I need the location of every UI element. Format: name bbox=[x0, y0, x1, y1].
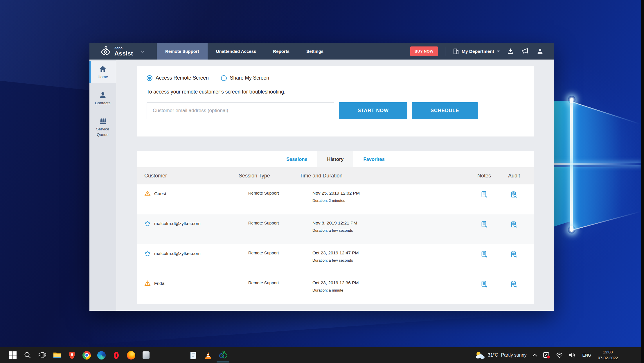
session-duration: Duration: a few seconds bbox=[312, 258, 467, 263]
zoho-assist-brand[interactable]: Zoho Assist bbox=[89, 43, 157, 60]
wallpaper-sparkle bbox=[568, 96, 575, 103]
sidebar-item-home[interactable]: Home bbox=[89, 61, 116, 83]
home-icon bbox=[99, 65, 107, 72]
table-row: Guest Remote Support Nov 25, 2019 12:02 … bbox=[137, 184, 534, 214]
notes-button[interactable] bbox=[467, 214, 501, 228]
edge-browser-button[interactable] bbox=[94, 347, 109, 363]
taskbar-search-button[interactable] bbox=[20, 347, 35, 363]
notepad-icon bbox=[189, 351, 197, 359]
add-note-icon bbox=[481, 221, 488, 228]
edge-icon bbox=[97, 351, 106, 360]
wallpaper-logo-edge bbox=[572, 102, 640, 124]
notepad-button[interactable] bbox=[186, 347, 201, 363]
zoho-assist-logo-icon bbox=[100, 46, 111, 57]
language-indicator[interactable]: ENG bbox=[581, 353, 592, 357]
session-duration: Duration: 2 minutes bbox=[312, 198, 467, 203]
download-icon[interactable] bbox=[507, 48, 514, 55]
sidebar-item-contacts[interactable]: Contacts bbox=[89, 87, 116, 109]
opera-icon bbox=[114, 352, 119, 359]
column-header-session-type: Session Type bbox=[239, 167, 300, 184]
chrome-browser-button[interactable] bbox=[79, 347, 94, 363]
clock-widget[interactable]: 13:00 07-02-2022 bbox=[598, 349, 618, 361]
session-type: Remote Support bbox=[239, 214, 300, 225]
audit-button[interactable] bbox=[501, 214, 527, 228]
file-explorer-button[interactable] bbox=[50, 347, 64, 363]
audit-button[interactable] bbox=[501, 274, 527, 288]
clock-time: 13:00 bbox=[598, 349, 618, 355]
table-row: Frida Remote Support Oct 23, 2019 12:36 … bbox=[137, 274, 534, 304]
task-view-icon bbox=[38, 351, 46, 359]
buy-now-button[interactable]: BUY NOW bbox=[410, 46, 438, 56]
announcement-icon[interactable] bbox=[521, 48, 529, 55]
opera-browser-button[interactable] bbox=[109, 347, 124, 363]
department-label: My Department bbox=[462, 49, 494, 54]
volume-icon[interactable] bbox=[569, 352, 576, 358]
sidebar-item-label: Service Queue bbox=[91, 127, 115, 137]
radio-share-my-screen[interactable]: Share My Screen bbox=[221, 75, 269, 81]
chevron-down-icon[interactable] bbox=[141, 49, 145, 54]
organization-icon bbox=[453, 48, 459, 55]
zoho-assist-window: Zoho Assist Remote Support Unattended Ac… bbox=[89, 43, 554, 311]
chrome-icon bbox=[82, 351, 91, 360]
brand-text: Zoho Assist bbox=[114, 46, 133, 56]
notes-button[interactable] bbox=[467, 274, 501, 288]
time-and-duration: Oct 23, 2019 12:36 PM Duration: a minute bbox=[300, 274, 467, 292]
warning-icon bbox=[144, 280, 151, 286]
nav-tab-unattended-access[interactable]: Unattended Access bbox=[208, 43, 265, 60]
app-body: Home Contacts Service bbox=[89, 60, 554, 311]
nav-tab-settings[interactable]: Settings bbox=[298, 43, 332, 60]
app-header: Zoho Assist Remote Support Unattended Ac… bbox=[89, 43, 554, 60]
session-duration: Duration: a few seconds bbox=[312, 228, 467, 233]
start-button[interactable] bbox=[5, 347, 20, 363]
favorite-star-icon[interactable] bbox=[144, 220, 151, 227]
windows-ink-icon[interactable] bbox=[543, 352, 550, 359]
start-now-button[interactable]: START NOW bbox=[339, 102, 407, 119]
column-header-notes: Notes bbox=[467, 167, 501, 184]
audit-icon bbox=[510, 281, 518, 288]
nav-tab-remote-support[interactable]: Remote Support bbox=[157, 43, 208, 60]
notes-button[interactable] bbox=[467, 184, 501, 198]
zoho-assist-app-icon bbox=[218, 351, 228, 360]
column-header-audit: Audit bbox=[501, 167, 527, 184]
audit-button[interactable] bbox=[501, 184, 527, 198]
screen-edge bbox=[641, 0, 644, 363]
tab-history[interactable]: History bbox=[317, 151, 354, 167]
session-time: Oct 23, 2019 12:36 PM bbox=[312, 280, 467, 285]
firefox-browser-button[interactable] bbox=[124, 347, 138, 363]
wallpaper-logo-glow-vertical bbox=[570, 98, 573, 232]
audit-icon bbox=[510, 191, 518, 198]
audit-icon bbox=[510, 251, 518, 258]
schedule-button[interactable]: SCHEDULE bbox=[412, 102, 478, 119]
user-account-icon[interactable] bbox=[537, 48, 544, 55]
weather-widget[interactable]: 31°C Partly sunny bbox=[475, 351, 527, 359]
vlc-button[interactable] bbox=[201, 347, 215, 363]
notes-button[interactable] bbox=[467, 244, 501, 258]
radio-unselected-icon[interactable] bbox=[221, 75, 227, 81]
nav-tab-reports[interactable]: Reports bbox=[265, 43, 298, 60]
task-view-button[interactable] bbox=[35, 347, 50, 363]
pinned-app-button[interactable] bbox=[138, 347, 153, 363]
tab-favorites[interactable]: Favorites bbox=[353, 151, 394, 167]
radio-access-remote-screen[interactable]: Access Remote Screen bbox=[147, 75, 209, 81]
audit-button[interactable] bbox=[501, 244, 527, 258]
add-note-icon bbox=[481, 251, 488, 258]
time-and-duration: Nov 8, 2019 12:21 PM Duration: a few sec… bbox=[300, 214, 467, 233]
favorite-star-icon[interactable] bbox=[144, 250, 151, 256]
tab-sessions[interactable]: Sessions bbox=[276, 151, 317, 167]
primary-nav: Remote Support Unattended Access Reports… bbox=[157, 43, 410, 60]
tray-chevron-up-icon[interactable] bbox=[532, 354, 537, 357]
firefox-icon bbox=[127, 351, 135, 360]
customer-email-input[interactable] bbox=[147, 102, 334, 119]
sidebar: Home Contacts Service bbox=[89, 60, 116, 311]
department-selector[interactable]: My Department bbox=[453, 48, 500, 55]
session-panel: Access Remote Screen Share My Screen To … bbox=[137, 66, 534, 136]
radio-selected-icon[interactable] bbox=[147, 75, 152, 81]
sidebar-item-service-queue[interactable]: Service Queue bbox=[89, 113, 116, 141]
warning-icon bbox=[144, 191, 151, 196]
brave-browser-button[interactable] bbox=[64, 347, 79, 363]
table-row: malcolm.d@zylker.com Remote Support Nov … bbox=[137, 214, 534, 244]
zoho-assist-taskbar-button[interactable] bbox=[215, 347, 230, 363]
customer-name: Frida bbox=[154, 281, 164, 286]
wifi-icon[interactable] bbox=[556, 352, 563, 358]
add-note-icon bbox=[481, 191, 488, 198]
